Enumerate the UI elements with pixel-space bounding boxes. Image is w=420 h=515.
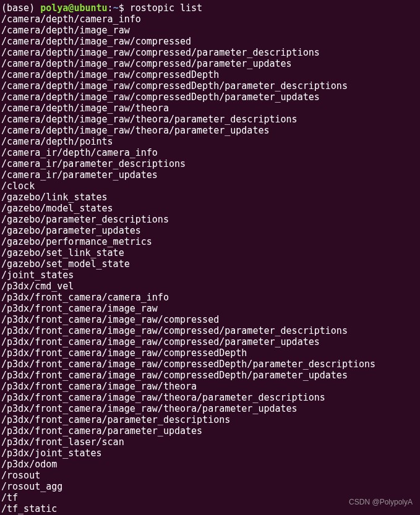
output-line: /gazebo/performance_metrics xyxy=(1,236,419,247)
output-line: /p3dx/front_camera/image_raw/compressedD… xyxy=(1,359,419,370)
output-line: /p3dx/front_camera/image_raw/compressed/… xyxy=(1,336,419,347)
terminal-prompt-line[interactable]: (base) polya@ubuntu:~$ rostopic list xyxy=(1,2,419,14)
output-line: /rosout xyxy=(1,470,419,481)
output-line: /camera/depth/points xyxy=(1,136,419,147)
output-line: /camera/depth/image_raw/compressed/param… xyxy=(1,58,419,69)
output-line: /p3dx/front_camera/parameter_updates xyxy=(1,425,419,436)
output-line: /camera_ir/depth/camera_info xyxy=(1,147,419,158)
output-line: /gazebo/link_states xyxy=(1,192,419,203)
output-line: /gazebo/set_model_state xyxy=(1,258,419,270)
output-line: /camera/depth/image_raw/theora/parameter… xyxy=(1,114,419,125)
output-line: /camera_ir/parameter_updates xyxy=(1,169,419,181)
prompt-dollar: $ xyxy=(119,2,130,14)
output-line: /rosout_agg xyxy=(1,481,419,492)
output-line: /p3dx/front_laser/scan xyxy=(1,436,419,448)
output-line: /camera_ir/parameter_descriptions xyxy=(1,158,419,169)
output-line: /camera/depth/image_raw/theora/parameter… xyxy=(1,125,419,136)
output-line: /gazebo/parameter_descriptions xyxy=(1,214,419,225)
output-line: /p3dx/front_camera/image_raw/compressed xyxy=(1,314,419,325)
output-line: /p3dx/joint_states xyxy=(1,448,419,459)
output-line: /camera/depth/image_raw xyxy=(1,25,419,36)
output-line: /camera/depth/image_raw/compressedDepth/… xyxy=(1,92,419,103)
output-line: /p3dx/front_camera/image_raw xyxy=(1,303,419,314)
output-line: /camera/depth/image_raw/theora xyxy=(1,103,419,114)
prompt-colon: : xyxy=(108,2,113,14)
output-line: /p3dx/cmd_vel xyxy=(1,281,419,292)
output-line: /gazebo/parameter_updates xyxy=(1,225,419,236)
output-line: /gazebo/set_link_state xyxy=(1,247,419,258)
output-line: /p3dx/front_camera/image_raw/theora/para… xyxy=(1,392,419,403)
output-line: /p3dx/odom xyxy=(1,459,419,470)
output-line: /p3dx/front_camera/image_raw/theora/para… xyxy=(1,403,419,414)
terminal-output[interactable]: /camera/depth/camera_info/camera/depth/i… xyxy=(1,14,419,514)
prompt-env: (base) xyxy=(1,2,40,14)
output-line: /gazebo/model_states xyxy=(1,203,419,214)
output-line: /clock xyxy=(1,181,419,192)
prompt-user-host: polya@ubuntu xyxy=(40,2,107,14)
prompt-path: ~ xyxy=(113,2,119,14)
watermark: CSDN @PolypolyA xyxy=(349,496,413,508)
output-line: /p3dx/front_camera/image_raw/compressedD… xyxy=(1,370,419,381)
output-line: /joint_states xyxy=(1,270,419,281)
output-line: /p3dx/front_camera/parameter_description… xyxy=(1,414,419,425)
output-line: /p3dx/front_camera/image_raw/theora xyxy=(1,381,419,392)
output-line: /camera/depth/image_raw/compressedDepth xyxy=(1,69,419,80)
command-text: rostopic list xyxy=(130,2,202,14)
output-line: /camera/depth/camera_info xyxy=(1,14,419,25)
output-line: /camera/depth/image_raw/compressed xyxy=(1,36,419,47)
output-line: /p3dx/front_camera/image_raw/compressedD… xyxy=(1,347,419,359)
output-line: /p3dx/front_camera/camera_info xyxy=(1,292,419,303)
output-line: /camera/depth/image_raw/compressed/param… xyxy=(1,47,419,58)
output-line: /p3dx/front_camera/image_raw/compressed/… xyxy=(1,325,419,336)
output-line: /camera/depth/image_raw/compressedDepth/… xyxy=(1,80,419,92)
